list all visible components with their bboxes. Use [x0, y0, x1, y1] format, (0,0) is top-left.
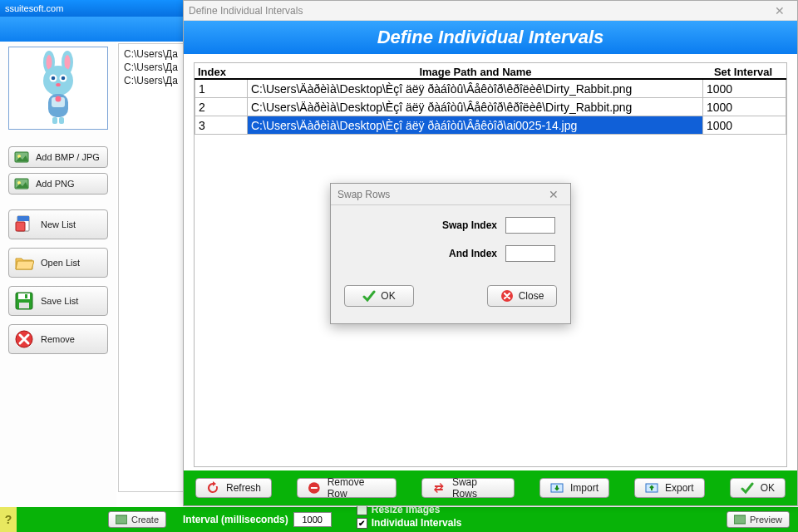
svg-rect-20 [16, 222, 25, 231]
close-icon[interactable]: ✕ [767, 4, 792, 17]
main-window-title: ssuitesoft.com [0, 0, 183, 17]
new-list-label: New List [41, 219, 76, 229]
import-button[interactable]: Import [539, 478, 609, 498]
new-list-button[interactable]: New List [8, 209, 108, 239]
export-icon [645, 481, 658, 495]
col-header-path: Image Path and Name [249, 66, 702, 78]
svg-rect-24 [19, 303, 29, 308]
swap-ok-label: OK [381, 290, 395, 302]
close-icon[interactable]: ✕ [544, 188, 564, 201]
svg-point-7 [52, 76, 56, 81]
svg-rect-21 [17, 216, 29, 221]
swap-dialog-title: Swap Rows [337, 189, 390, 200]
refresh-icon [206, 481, 219, 495]
swap-icon [432, 481, 446, 495]
table-row[interactable]: 1C:\Users\Äàðèìà\Desktop\Èçî äëÿ ðàáîòû\… [195, 80, 786, 98]
swap-rows-dialog: Swap Rows ✕ Swap Index And Index OK Clos… [330, 183, 571, 324]
folder-open-icon [14, 253, 34, 273]
help-button[interactable]: ? [0, 507, 17, 532]
cell-path[interactable]: C:\Users\Äàðèìà\Desktop\Èçî äëÿ ðàáîòû\Â… [248, 98, 703, 116]
svg-rect-14 [59, 117, 64, 124]
cell-index[interactable]: 1 [195, 80, 248, 98]
swap-index-label: Swap Index [442, 219, 497, 231]
cell-index[interactable]: 3 [195, 116, 248, 135]
sidebar: Add BMP / JPG Add PNG New List Open List… [0, 42, 116, 507]
and-index-input[interactable] [505, 245, 555, 262]
image-icon [116, 514, 127, 525]
cell-interval[interactable]: 1000 [703, 80, 786, 98]
image-add-icon [14, 150, 29, 165]
check-icon [741, 481, 754, 495]
svg-rect-30 [311, 487, 318, 489]
swap-rows-button[interactable]: Swap Rows [421, 478, 515, 498]
dialog-footer: Refresh Remove Row Swap Rows Import Expo… [184, 470, 797, 505]
svg-rect-23 [18, 293, 30, 299]
cell-index[interactable]: 2 [195, 98, 248, 116]
refresh-label: Refresh [226, 482, 261, 494]
svg-rect-13 [52, 117, 57, 124]
image-add-icon [14, 176, 29, 191]
swap-rows-label: Swap Rows [452, 476, 504, 500]
remove-label: Remove [41, 334, 75, 344]
cell-interval[interactable]: 1000 [703, 116, 786, 135]
table-row[interactable]: 2C:\Users\Äàðèìà\Desktop\Èçî äëÿ ðàáîòû\… [195, 98, 786, 116]
save-list-button[interactable]: Save List [8, 286, 108, 316]
dialog-titlebar-text: Define Individual Intervals [189, 5, 303, 17]
remove-row-label: Remove Row [328, 476, 387, 500]
add-bmp-jpg-button[interactable]: Add BMP / JPG [8, 146, 108, 168]
cell-path[interactable]: C:\Users\Äàðèìà\Desktop\Èçî äëÿ ðàáîòû\Â… [248, 116, 703, 135]
and-index-label: And Index [449, 248, 497, 259]
export-label: Export [665, 482, 694, 494]
add-png-label: Add PNG [36, 179, 74, 189]
dialog-header: Define Individual Intervals [184, 21, 797, 54]
remove-row-icon [308, 481, 321, 495]
remove-button[interactable]: Remove [8, 324, 108, 354]
save-list-label: Save List [41, 296, 78, 306]
swap-close-label: Close [519, 290, 544, 302]
individual-intervals-checkbox[interactable]: ✔ [357, 518, 367, 529]
svg-rect-28 [734, 515, 746, 524]
cell-interval[interactable]: 1000 [703, 98, 786, 116]
import-icon [550, 481, 564, 495]
remove-x-icon [14, 329, 34, 349]
create-button[interactable]: Create [108, 511, 166, 528]
svg-point-9 [56, 83, 61, 86]
swap-close-button[interactable]: Close [487, 285, 557, 307]
preview-label: Preview [750, 515, 782, 525]
open-list-label: Open List [41, 258, 80, 268]
refresh-button[interactable]: Refresh [195, 478, 272, 498]
add-bmp-jpg-label: Add BMP / JPG [36, 152, 100, 162]
col-header-index: Index [196, 66, 249, 78]
svg-point-8 [62, 76, 66, 81]
col-header-interval: Set Interval [702, 66, 785, 78]
dialog-ok-button[interactable]: OK [730, 478, 786, 498]
svg-point-16 [17, 155, 21, 158]
svg-rect-27 [116, 515, 127, 524]
check-icon [362, 289, 376, 303]
svg-point-18 [17, 181, 21, 185]
image-icon [734, 514, 746, 525]
individual-intervals-label: Individual Intervals [372, 517, 462, 529]
add-png-button[interactable]: Add PNG [8, 173, 108, 195]
dialog-ok-label: OK [761, 482, 775, 494]
swap-dialog-titlebar[interactable]: Swap Rows ✕ [331, 184, 570, 205]
main-bottom-bar: ? Create Interval (milliseconds) Resize … [0, 507, 798, 532]
export-button[interactable]: Export [634, 478, 705, 498]
table-row[interactable]: 3C:\Users\Äàðèìà\Desktop\Èçî äëÿ ðàáîòû\… [195, 116, 786, 135]
new-file-icon [14, 214, 34, 234]
preview-button[interactable]: Preview [727, 511, 790, 528]
interval-input[interactable] [293, 512, 332, 527]
create-label: Create [131, 515, 159, 525]
svg-rect-25 [25, 294, 27, 298]
grid-header-row: Index Image Path and Name Set Interval [195, 63, 786, 80]
swap-index-input[interactable] [505, 217, 555, 234]
swap-ok-button[interactable]: OK [344, 285, 414, 307]
close-x-icon [500, 289, 514, 303]
cell-path[interactable]: C:\Users\Äàðèìà\Desktop\Èçî äëÿ ðàáîòû\Â… [248, 80, 703, 98]
open-list-button[interactable]: Open List [8, 248, 108, 278]
remove-row-button[interactable]: Remove Row [297, 478, 397, 498]
image-thumbnail [8, 47, 108, 130]
svg-point-4 [43, 66, 73, 96]
interval-label: Interval (milliseconds) [183, 514, 288, 525]
dialog-titlebar[interactable]: Define Individual Intervals ✕ [184, 1, 797, 21]
